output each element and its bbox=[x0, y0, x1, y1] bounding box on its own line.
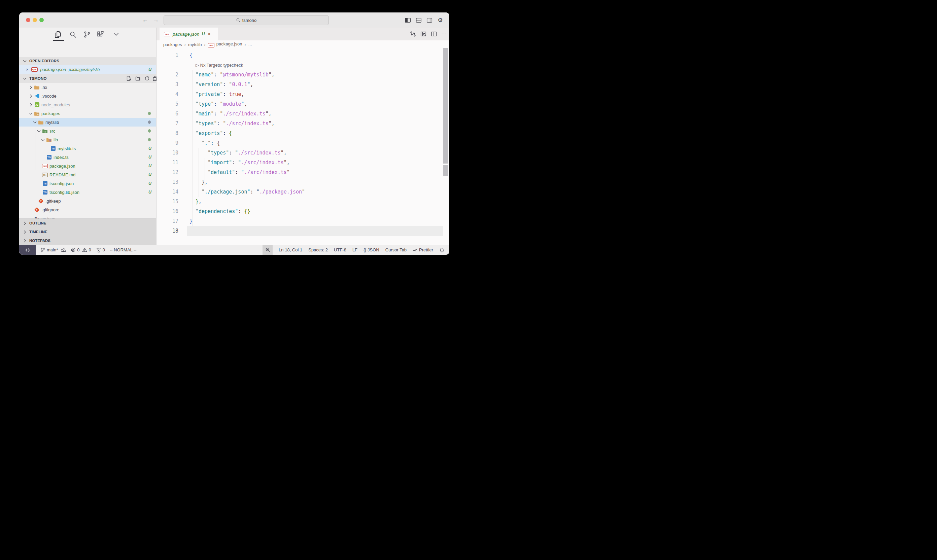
sync-cloud-icon[interactable] bbox=[61, 247, 66, 253]
code-line-7: 7"types": "./src/index.ts", bbox=[157, 119, 449, 129]
notifications-bell-icon[interactable] bbox=[439, 247, 445, 253]
tree-item-index-ts[interactable]: TSindex.tsU bbox=[19, 153, 156, 162]
more-actions-icon[interactable]: ⋯ bbox=[441, 31, 447, 37]
back-arrow-icon[interactable]: ← bbox=[141, 15, 149, 24]
new-file-icon[interactable] bbox=[126, 76, 131, 81]
tree-item-tsconfig-json[interactable]: TStsconfig.jsonU bbox=[19, 179, 156, 188]
double-check-icon bbox=[412, 247, 418, 252]
minimize-traffic-light[interactable] bbox=[33, 18, 37, 22]
feedback-item[interactable]: 0 bbox=[96, 247, 105, 253]
line-number: 8 bbox=[157, 129, 178, 138]
tree-item--gitignore[interactable]: Y.gitignore bbox=[19, 205, 156, 214]
close-editor-icon[interactable]: × bbox=[26, 67, 29, 72]
chevron-right-icon bbox=[22, 229, 27, 235]
zoom-indicator[interactable] bbox=[263, 245, 272, 255]
formatter-item[interactable]: Prettier bbox=[412, 247, 433, 252]
code-line-16: 16"dependencies": {} bbox=[157, 207, 449, 216]
settings-gear-icon[interactable]: ⚙ bbox=[437, 17, 444, 24]
line-number: 7 bbox=[157, 119, 178, 129]
tree-item--nx[interactable]: .nx bbox=[19, 83, 156, 92]
vim-mode-indicator: -- NORMAL -- bbox=[110, 247, 137, 252]
section-header-notepads[interactable]: NOTEPADS bbox=[19, 236, 156, 245]
command-center-search[interactable]: tsmono bbox=[163, 15, 329, 25]
scrollbar-thumb[interactable] bbox=[443, 48, 448, 163]
language-mode-item[interactable]: {} JSON bbox=[363, 247, 379, 252]
toggle-primary-sidebar-icon[interactable] bbox=[404, 17, 412, 24]
tab-package-json[interactable]: npm package.json U × bbox=[160, 28, 218, 40]
eol-item[interactable]: LF bbox=[352, 247, 357, 252]
md-icon: M↓ bbox=[42, 172, 48, 178]
encoding-item[interactable]: UTF-8 bbox=[334, 247, 346, 252]
git-status-badge: U bbox=[148, 181, 151, 186]
breadcrumb-separator: › bbox=[204, 42, 205, 47]
tree-item-lib[interactable]: lib bbox=[19, 135, 156, 144]
breadcrumb-item[interactable]: packages bbox=[163, 42, 182, 47]
close-traffic-light[interactable] bbox=[26, 18, 30, 22]
tree-item-mytslib-ts[interactable]: TSmytslib.tsU bbox=[19, 144, 156, 153]
forward-arrow-icon[interactable]: → bbox=[152, 15, 160, 24]
tree-item-mytslib[interactable]: mytslib bbox=[19, 118, 156, 126]
git-changes-dot bbox=[148, 138, 151, 142]
toggle-panel-icon[interactable] bbox=[415, 17, 422, 24]
open-editor-desc: packages/mytslib bbox=[69, 67, 100, 72]
codelens-nx-targets[interactable]: ▷ Nx Targets: typecheck bbox=[195, 60, 243, 70]
code-editor[interactable]: ▷ Nx Targets: typecheck1{2"name": "@tsmo… bbox=[157, 48, 449, 245]
breadcrumb-item[interactable]: npmpackage.json bbox=[208, 42, 242, 48]
refresh-explorer-icon[interactable] bbox=[145, 76, 150, 81]
line-number: 16 bbox=[157, 207, 178, 216]
open-changes-icon[interactable] bbox=[410, 31, 416, 37]
extensions-icon[interactable] bbox=[96, 30, 105, 39]
open-editors-section-header[interactable]: OPEN EDITORS bbox=[19, 57, 156, 65]
braces-icon: {} bbox=[363, 248, 366, 252]
breadcrumb-item[interactable]: mytslib bbox=[188, 42, 202, 47]
git-changes-dot bbox=[148, 120, 151, 124]
new-folder-icon[interactable] bbox=[135, 76, 141, 81]
tree-item-tsconfig-lib-json[interactable]: TStsconfig.lib.jsonU bbox=[19, 188, 156, 197]
search-view-icon[interactable] bbox=[68, 30, 77, 39]
zoom-traffic-light[interactable] bbox=[39, 18, 44, 22]
line-number: 11 bbox=[157, 158, 178, 168]
tree-item-src[interactable]: src bbox=[19, 126, 156, 135]
tree-item-label: packages bbox=[42, 111, 60, 116]
breadcrumb-item[interactable]: ... bbox=[248, 42, 252, 47]
js-icon: JS bbox=[34, 102, 40, 108]
tree-item-node-modules[interactable]: JSnode_modules bbox=[19, 100, 156, 109]
tree-item-package-json[interactable]: npmpackage.jsonU bbox=[19, 162, 156, 170]
breadcrumb: packages›mytslib›npmpackage.json›... bbox=[157, 40, 449, 48]
editor-group: npm package.json U × ⋯ packages›mytslib›… bbox=[157, 28, 449, 245]
folder-pkg-icon bbox=[34, 111, 40, 117]
scrollbar-decoration[interactable] bbox=[443, 165, 448, 176]
tab-close-icon[interactable]: × bbox=[208, 31, 211, 37]
code-line-17: 17} bbox=[157, 216, 449, 226]
workspace-section-header[interactable]: TSMONO bbox=[19, 74, 156, 83]
tree-item-packages[interactable]: packages bbox=[19, 109, 156, 118]
git-icon: Y bbox=[34, 207, 40, 213]
line-number: 13 bbox=[157, 177, 178, 187]
problems-item[interactable]: 0 0 bbox=[71, 247, 91, 252]
toggle-secondary-sidebar-icon[interactable] bbox=[426, 17, 433, 24]
source-control-icon[interactable] bbox=[83, 30, 91, 39]
line-number: 6 bbox=[157, 109, 178, 119]
folder-lib-icon bbox=[46, 137, 52, 143]
tree-item--vscode[interactable]: .vscode bbox=[19, 92, 156, 100]
explorer-files-icon[interactable] bbox=[54, 30, 62, 39]
indentation-item[interactable]: Spaces: 2 bbox=[308, 247, 328, 252]
open-preview-icon[interactable] bbox=[420, 31, 426, 37]
git-branch-item[interactable]: main* bbox=[40, 247, 66, 253]
cursor-position-item[interactable]: Ln 18, Col 1 bbox=[278, 247, 302, 252]
more-views-chevron-icon[interactable] bbox=[112, 30, 120, 39]
code-line-12: 12"default": "./src/index.ts" bbox=[157, 168, 449, 177]
remote-indicator[interactable] bbox=[19, 245, 36, 255]
section-header-outline[interactable]: OUTLINE bbox=[19, 219, 156, 228]
section-header-timeline[interactable]: TIMELINE bbox=[19, 228, 156, 236]
open-editor-item[interactable]: × npm package.json packages/mytslib U bbox=[19, 65, 156, 74]
code-line-14: 14"./package.json": "./package.json" bbox=[157, 187, 449, 197]
tree-item--gitkeep[interactable]: Y.gitkeep bbox=[19, 197, 156, 205]
tab-strip: npm package.json U × ⋯ bbox=[157, 28, 449, 40]
tree-item-readme-md[interactable]: M↓README.mdU bbox=[19, 170, 156, 179]
cursor-tab-item[interactable]: Cursor Tab bbox=[385, 247, 406, 252]
line-number: 9 bbox=[157, 138, 178, 148]
git-status-badge: U bbox=[148, 172, 151, 177]
tree-item-label: index.ts bbox=[54, 155, 69, 160]
split-editor-icon[interactable] bbox=[431, 31, 437, 37]
